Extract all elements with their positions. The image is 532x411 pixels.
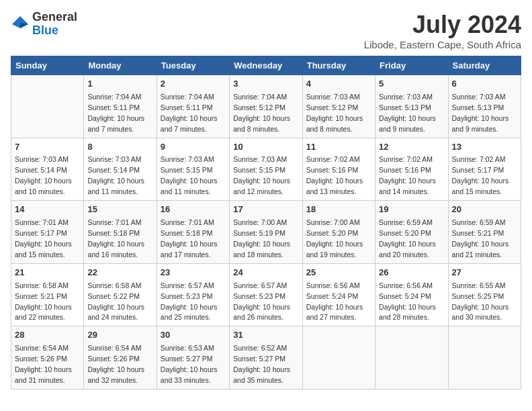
day-number: 23 — [161, 267, 226, 279]
day-cell: 26Sunrise: 6:56 AMSunset: 5:24 PMDayligh… — [375, 263, 448, 326]
day-cell: 31Sunrise: 6:52 AMSunset: 5:27 PMDayligh… — [230, 326, 302, 390]
day-cell: 29Sunrise: 6:54 AMSunset: 5:26 PMDayligh… — [84, 326, 157, 390]
logo-text: General Blue — [32, 11, 77, 38]
day-number: 27 — [452, 267, 517, 279]
day-cell: 1Sunrise: 7:04 AMSunset: 5:11 PMDaylight… — [84, 75, 157, 138]
day-info: Sunrise: 6:56 AMSunset: 5:24 PMDaylight:… — [379, 281, 436, 322]
week-row-5: 28Sunrise: 6:54 AMSunset: 5:26 PMDayligh… — [11, 326, 521, 390]
day-info: Sunrise: 7:03 AMSunset: 5:15 PMDaylight:… — [161, 155, 218, 195]
day-info: Sunrise: 7:04 AMSunset: 5:11 PMDaylight:… — [87, 93, 144, 133]
day-number: 30 — [161, 329, 226, 342]
day-cell: 10Sunrise: 7:03 AMSunset: 5:15 PMDayligh… — [230, 138, 302, 201]
day-number: 11 — [306, 141, 371, 154]
day-number: 31 — [233, 329, 298, 342]
day-info: Sunrise: 6:57 AMSunset: 5:23 PMDaylight:… — [161, 281, 218, 322]
day-cell: 16Sunrise: 7:01 AMSunset: 5:18 PMDayligh… — [157, 201, 229, 264]
day-cell: 9Sunrise: 7:03 AMSunset: 5:15 PMDaylight… — [157, 138, 229, 201]
day-number: 5 — [379, 78, 444, 91]
day-info: Sunrise: 7:03 AMSunset: 5:12 PMDaylight:… — [306, 93, 363, 133]
calendar-title: July 2024 — [364, 11, 521, 39]
day-number: 22 — [87, 267, 152, 279]
logo: General Blue — [11, 11, 77, 38]
day-cell: 19Sunrise: 6:59 AMSunset: 5:20 PMDayligh… — [375, 201, 448, 264]
day-number: 24 — [233, 267, 298, 279]
day-number: 13 — [452, 141, 517, 154]
day-number: 9 — [161, 141, 226, 154]
day-number: 17 — [233, 203, 298, 216]
title-block: July 2024 Libode, Eastern Cape, South Af… — [364, 11, 521, 50]
col-header-sunday: Sunday — [11, 56, 84, 75]
day-number: 14 — [15, 203, 80, 216]
week-row-1: 1Sunrise: 7:04 AMSunset: 5:11 PMDaylight… — [11, 75, 521, 138]
day-number: 10 — [233, 141, 298, 154]
day-cell: 14Sunrise: 7:01 AMSunset: 5:17 PMDayligh… — [11, 201, 84, 264]
week-row-2: 7Sunrise: 7:03 AMSunset: 5:14 PMDaylight… — [11, 138, 521, 201]
day-info: Sunrise: 7:03 AMSunset: 5:14 PMDaylight:… — [15, 155, 72, 195]
day-cell — [448, 326, 521, 390]
day-cell — [11, 75, 84, 138]
day-cell: 28Sunrise: 6:54 AMSunset: 5:26 PMDayligh… — [11, 326, 84, 390]
day-cell: 12Sunrise: 7:02 AMSunset: 5:16 PMDayligh… — [375, 138, 448, 201]
day-info: Sunrise: 7:03 AMSunset: 5:13 PMDaylight:… — [452, 93, 509, 133]
day-cell: 25Sunrise: 6:56 AMSunset: 5:24 PMDayligh… — [302, 263, 375, 326]
col-header-wednesday: Wednesday — [230, 56, 302, 75]
page-header: General Blue July 2024 Libode, Eastern C… — [11, 11, 521, 50]
day-cell: 15Sunrise: 7:01 AMSunset: 5:18 PMDayligh… — [84, 201, 157, 264]
day-number: 18 — [306, 203, 371, 216]
day-info: Sunrise: 7:04 AMSunset: 5:11 PMDaylight:… — [161, 93, 218, 133]
day-cell: 5Sunrise: 7:03 AMSunset: 5:13 PMDaylight… — [375, 75, 448, 138]
logo-blue: Blue — [32, 24, 77, 38]
day-info: Sunrise: 6:55 AMSunset: 5:25 PMDaylight:… — [452, 281, 509, 322]
day-info: Sunrise: 6:54 AMSunset: 5:26 PMDaylight:… — [87, 344, 144, 384]
calendar-subtitle: Libode, Eastern Cape, South Africa — [364, 39, 521, 50]
day-info: Sunrise: 7:00 AMSunset: 5:19 PMDaylight:… — [233, 218, 290, 259]
calendar-table: SundayMondayTuesdayWednesdayThursdayFrid… — [11, 56, 521, 390]
day-info: Sunrise: 6:57 AMSunset: 5:23 PMDaylight:… — [233, 281, 290, 322]
col-header-thursday: Thursday — [302, 56, 375, 75]
col-header-monday: Monday — [84, 56, 157, 75]
day-cell: 17Sunrise: 7:00 AMSunset: 5:19 PMDayligh… — [230, 201, 302, 264]
day-cell: 30Sunrise: 6:53 AMSunset: 5:27 PMDayligh… — [157, 326, 229, 390]
day-cell — [302, 326, 375, 390]
day-cell: 3Sunrise: 7:04 AMSunset: 5:12 PMDaylight… — [230, 75, 302, 138]
col-header-friday: Friday — [375, 56, 448, 75]
day-info: Sunrise: 7:01 AMSunset: 5:18 PMDaylight:… — [161, 218, 218, 259]
day-info: Sunrise: 7:02 AMSunset: 5:16 PMDaylight:… — [379, 155, 436, 195]
day-info: Sunrise: 7:04 AMSunset: 5:12 PMDaylight:… — [233, 93, 290, 133]
day-info: Sunrise: 6:53 AMSunset: 5:27 PMDaylight:… — [161, 344, 218, 384]
day-info: Sunrise: 6:59 AMSunset: 5:20 PMDaylight:… — [379, 218, 436, 259]
day-info: Sunrise: 7:03 AMSunset: 5:13 PMDaylight:… — [379, 93, 436, 133]
day-number: 26 — [379, 267, 444, 279]
day-info: Sunrise: 7:01 AMSunset: 5:18 PMDaylight:… — [87, 218, 144, 259]
day-cell: 23Sunrise: 6:57 AMSunset: 5:23 PMDayligh… — [157, 263, 229, 326]
day-info: Sunrise: 7:01 AMSunset: 5:17 PMDaylight:… — [15, 218, 72, 259]
day-info: Sunrise: 6:59 AMSunset: 5:21 PMDaylight:… — [452, 218, 509, 259]
day-number: 2 — [161, 78, 226, 91]
logo-general: General — [32, 11, 77, 24]
day-number: 21 — [15, 267, 80, 279]
day-cell: 13Sunrise: 7:02 AMSunset: 5:17 PMDayligh… — [448, 138, 521, 201]
col-header-tuesday: Tuesday — [157, 56, 229, 75]
day-info: Sunrise: 7:00 AMSunset: 5:20 PMDaylight:… — [306, 218, 363, 259]
day-number: 15 — [87, 203, 152, 216]
week-row-4: 21Sunrise: 6:58 AMSunset: 5:21 PMDayligh… — [11, 263, 521, 326]
day-info: Sunrise: 7:03 AMSunset: 5:15 PMDaylight:… — [233, 155, 290, 195]
day-number: 3 — [233, 78, 298, 91]
day-number: 12 — [379, 141, 444, 154]
day-info: Sunrise: 7:03 AMSunset: 5:14 PMDaylight:… — [87, 155, 144, 195]
day-number: 29 — [87, 329, 152, 342]
day-cell: 21Sunrise: 6:58 AMSunset: 5:21 PMDayligh… — [11, 263, 84, 326]
day-cell: 18Sunrise: 7:00 AMSunset: 5:20 PMDayligh… — [302, 201, 375, 264]
day-info: Sunrise: 7:02 AMSunset: 5:16 PMDaylight:… — [306, 155, 363, 195]
day-info: Sunrise: 6:58 AMSunset: 5:21 PMDaylight:… — [15, 281, 72, 322]
day-cell: 27Sunrise: 6:55 AMSunset: 5:25 PMDayligh… — [448, 263, 521, 326]
day-cell: 2Sunrise: 7:04 AMSunset: 5:11 PMDaylight… — [157, 75, 229, 138]
day-cell: 7Sunrise: 7:03 AMSunset: 5:14 PMDaylight… — [11, 138, 84, 201]
day-number: 25 — [306, 267, 371, 279]
day-number: 4 — [306, 78, 371, 91]
day-cell: 24Sunrise: 6:57 AMSunset: 5:23 PMDayligh… — [230, 263, 302, 326]
day-number: 7 — [15, 141, 80, 154]
day-info: Sunrise: 7:02 AMSunset: 5:17 PMDaylight:… — [452, 155, 509, 195]
day-cell: 6Sunrise: 7:03 AMSunset: 5:13 PMDaylight… — [448, 75, 521, 138]
day-info: Sunrise: 6:54 AMSunset: 5:26 PMDaylight:… — [15, 344, 72, 384]
